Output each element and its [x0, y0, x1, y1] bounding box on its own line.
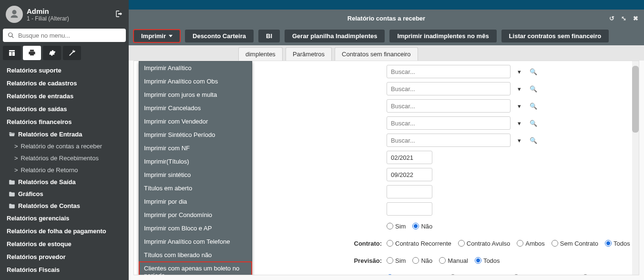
radio-option[interactable]: Manual [439, 257, 468, 264]
print-icon[interactable] [23, 46, 41, 60]
search-icon[interactable]: 🔍 [528, 99, 539, 113]
tabs: dimplentes Parâmetros Contratos sem fina… [129, 45, 644, 61]
search-combo[interactable] [387, 116, 511, 130]
search-combo[interactable] [387, 99, 511, 113]
dropdown-item[interactable]: Imprimir Sintético Período [139, 128, 252, 142]
dropdown-item[interactable]: Imprimir com Vendedor [139, 115, 252, 128]
tab[interactable]: Contratos sem financeiro [335, 47, 418, 61]
dropdown-item[interactable]: Imprimir Analítico com Telefone [139, 235, 252, 249]
radio-option[interactable]: Sim [387, 257, 406, 264]
radio-option[interactable]: Contas recebidas [450, 274, 506, 276]
dropdown-item[interactable]: Imprimir por Condomínio [139, 208, 252, 222]
tab[interactable]: Parâmetros [286, 47, 332, 61]
date-from[interactable] [387, 151, 432, 164]
text-field[interactable] [387, 185, 432, 198]
chevron-down-icon[interactable]: ▾ [513, 99, 525, 113]
close-icon[interactable]: ✖ [633, 15, 638, 22]
tab[interactable]: dimplentes [238, 47, 283, 61]
search-combo[interactable] [387, 134, 511, 147]
toolbar: Imprimir Desconto Carteira BI Gerar plan… [129, 27, 644, 45]
toolbar-button[interactable]: Desconto Carteira [185, 30, 254, 42]
radio-option[interactable]: Todos [605, 240, 630, 247]
signout-icon[interactable] [115, 10, 123, 19]
user-branch[interactable]: 1 - Filial (Alterar) [27, 15, 69, 22]
radio-option[interactable]: Contas Canceladas [513, 274, 575, 276]
contrato-group: Contrato RecorrenteContrato AvulsoAmbosS… [387, 240, 630, 247]
radio-option[interactable]: Contrato Recorrente [387, 240, 451, 247]
search-icon[interactable]: 🔍 [528, 82, 539, 95]
nav-item[interactable]: Relatórios de cadastros [3, 77, 126, 90]
toolbar-button[interactable]: BI [258, 30, 280, 42]
nav-folder[interactable]: Relatórios de Saída [3, 176, 126, 188]
cogs-icon[interactable] [43, 46, 61, 60]
wrench-icon[interactable] [63, 46, 81, 60]
page-title: Relatório contas a receber [348, 15, 425, 22]
search-icon[interactable]: 🔍 [528, 134, 539, 147]
dropdown-item[interactable]: Imprimir com NF [139, 142, 252, 155]
dropdown-item[interactable]: Imprimir Analítico [139, 62, 252, 75]
form-area: Imprimir AnalíticoImprimir Analítico com… [133, 61, 639, 275]
radio-option[interactable]: Ambos [517, 240, 544, 247]
radio-option[interactable]: Todos [475, 257, 500, 264]
date-to[interactable] [387, 168, 432, 181]
app-topbar [129, 0, 644, 10]
dropdown-item[interactable]: Imprimir com juros e multa [139, 88, 252, 102]
text-field[interactable] [387, 202, 432, 216]
nav-sub-item[interactable]: >Relatórios de Recebimentos [3, 152, 126, 164]
layout-icon[interactable] [3, 46, 21, 60]
nav-item[interactable]: Relatórios financeiros [3, 115, 126, 128]
dropdown-item[interactable]: Imprimir sintético [139, 168, 252, 182]
nav-item[interactable]: Relatórios Fiscais [3, 263, 126, 276]
dropdown-item[interactable]: Imprimir por dia [139, 195, 252, 208]
radio-option[interactable]: Sem Contrato [552, 240, 598, 247]
radio-option[interactable]: Não [412, 223, 432, 230]
toolbar-button[interactable]: Listar contratos sem financeiro [501, 30, 609, 42]
search-combo[interactable] [387, 82, 511, 95]
nav-folder-open[interactable]: Relatórios de Entrada [3, 128, 126, 140]
radio-option[interactable]: Todas [582, 274, 607, 276]
chevron-down-icon[interactable]: ▾ [513, 134, 525, 147]
radio-option[interactable]: Contas a receber [387, 274, 443, 276]
nav-sub-item[interactable]: >Relatório de contas a receber [3, 140, 126, 152]
toolbar-button[interactable]: Imprimir inadimplentes no mês [389, 30, 496, 42]
dropdown-item[interactable]: Imprimir(Títulos) [139, 155, 252, 168]
print-dropdown-button[interactable]: Imprimir [133, 30, 180, 42]
expand-icon[interactable]: ⤡ [621, 15, 626, 22]
dropdown-item[interactable]: Títulos em aberto [139, 182, 252, 195]
nav-folder[interactable]: Relatórios de Contas [3, 200, 126, 212]
menu-search[interactable] [3, 29, 126, 42]
sidebar-iconbar [3, 46, 126, 60]
chevron-down-icon[interactable]: ▾ [513, 116, 525, 130]
nav-sub-item[interactable]: >Relatório de Retorno [3, 164, 126, 176]
nav-item[interactable]: Relatórios de saídas [3, 103, 126, 115]
nav-item[interactable]: Relatórios gerenciais [3, 212, 126, 225]
scrollbar-thumb[interactable] [632, 66, 639, 133]
search-icon[interactable]: 🔍 [528, 65, 539, 78]
chevron-down-icon[interactable]: ▾ [513, 65, 525, 78]
nav-item[interactable]: Relatórios de folha de pagamento [3, 225, 126, 238]
history-icon[interactable]: ↺ [609, 15, 614, 22]
dropdown-item[interactable]: Imprimir com Bloco e AP [139, 222, 252, 235]
dropdown-item[interactable]: Títulos com liberado não [139, 249, 252, 262]
search-icon[interactable]: 🔍 [528, 116, 539, 130]
nav-item[interactable]: Relatórios de entradas [3, 90, 126, 103]
radio-option[interactable]: Não [412, 257, 432, 264]
sidebar: Admin 1 - Filial (Alterar) Relatórios su… [0, 0, 129, 280]
avatar [6, 6, 23, 23]
dropdown-item[interactable]: Imprimir Cancelados [139, 102, 252, 115]
radio-option[interactable]: Sim [387, 223, 406, 230]
nav-folder[interactable]: Gráficos [3, 188, 126, 200]
dropdown-item[interactable]: Imprimir Analítico com Obs [139, 75, 252, 88]
search-combo[interactable] [387, 65, 511, 78]
nav-item[interactable]: Relatórios de estoque [3, 238, 126, 250]
scrollbar[interactable] [632, 61, 639, 275]
nav-item[interactable]: Relatórios suporte [3, 64, 126, 77]
sim-nao-group: Sim Não [387, 223, 432, 230]
radio-option[interactable]: Contrato Avulso [458, 240, 511, 247]
titlebar-icons: ↺ ⤡ ✖ [609, 15, 638, 22]
dropdown-item[interactable]: Clientes com apenas um boleto no período [139, 262, 252, 275]
nav-item[interactable]: Relatórios provedor [3, 250, 126, 263]
chevron-down-icon[interactable]: ▾ [513, 82, 525, 95]
search-input[interactable] [18, 32, 121, 39]
toolbar-button[interactable]: Gerar planilha Inadimplentes [285, 30, 385, 42]
